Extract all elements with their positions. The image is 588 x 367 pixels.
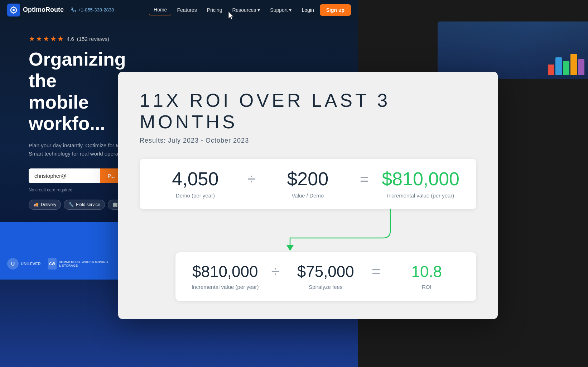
filter-delivery[interactable]: 🚚 Delivery (29, 200, 61, 210)
rating-value: 4.6 (67, 36, 74, 42)
svg-point-2 (13, 9, 15, 11)
value-number: $200 (266, 170, 349, 188)
incremental-label: Incremental value (per year) (379, 192, 462, 199)
rating-row: ★ ★ ★ ★ ★ 4.6 (152 reviews) (29, 34, 329, 43)
arrow-svg (269, 209, 412, 252)
equations-area: 4,050 Demo (per year) ÷ $200 Value / Dem… (140, 159, 476, 301)
eq-block-value: $200 Value / Demo (266, 170, 349, 199)
logo[interactable]: OptimoRoute (7, 4, 64, 16)
commercial-name: Commercial Works Moving & Storage (59, 260, 111, 267)
incremental-bottom-label: Incremental value (per year) (190, 284, 260, 290)
bar-4 (570, 54, 577, 75)
hero-title-line2: mobile workfo... (29, 92, 105, 134)
nav-resources[interactable]: Resources ▾ (228, 5, 264, 15)
stars: ★ ★ ★ ★ ★ (29, 34, 64, 43)
operator-2: = (349, 171, 380, 188)
eq-block-roi: 10.8 ROI (391, 264, 462, 290)
email-input[interactable] (29, 168, 100, 183)
demo-number: 4,050 (154, 170, 237, 188)
nav-pricing[interactable]: Pricing (203, 5, 227, 15)
partner-unilever: U Unilever (7, 258, 41, 270)
hero-title-line1: Organizing the (29, 49, 126, 91)
logo-text: OptimoRoute (23, 6, 64, 14)
roi-title: 11X ROI OVER LAST 3 MONTHS (140, 90, 476, 133)
value-label: Value / Demo (266, 192, 349, 199)
operator-3: ÷ (260, 263, 290, 280)
star-2: ★ (36, 34, 42, 43)
operator-1: ÷ (237, 171, 266, 188)
star-5: ★ (57, 34, 64, 43)
bar-2 (555, 57, 562, 75)
bar-5 (578, 59, 584, 75)
nav-features[interactable]: Features (173, 5, 201, 15)
eq-block-fees: $75,000 Spiralyze fees (290, 264, 361, 290)
star-4: ★ (50, 34, 57, 43)
roi-label: ROI (391, 284, 462, 290)
demo-label: Demo (per year) (154, 192, 237, 199)
navbar: OptimoRoute +1-855-338-2838 Home Feature… (0, 0, 358, 20)
star-1: ★ (29, 34, 35, 43)
eq-block-incremental-bottom: $810,000 Incremental value (per year) (190, 264, 260, 290)
unilever-name: Unilever (21, 262, 41, 266)
phone-number[interactable]: +1-855-338-2838 (71, 7, 114, 13)
partner-commercial: CW Commercial Works Moving & Storage (48, 258, 111, 270)
roi-modal: 11X ROI OVER LAST 3 MONTHS Results: July… (118, 72, 498, 319)
star-3: ★ (43, 34, 49, 43)
dashboard-screenshot (438, 22, 588, 79)
nav-support[interactable]: Support ▾ (266, 5, 296, 15)
arrow-connector (140, 209, 476, 252)
eq-block-incremental-top: $810,000 Incremental value (per year) (379, 170, 462, 199)
svg-marker-5 (286, 245, 294, 251)
partners-row: U Unilever CW Commercial Works Moving & … (0, 251, 118, 277)
nav-links: Home Features Pricing Resources ▾ Suppor… (149, 4, 351, 16)
chevron-down-icon: ▾ (257, 7, 260, 13)
commercial-icon: 🏢 (112, 202, 118, 207)
roi-subtitle: Results: July 2023 - October 2023 (140, 137, 476, 144)
fees-label: Spiralyze fees (290, 284, 361, 290)
delivery-icon: 🚚 (33, 202, 39, 207)
chevron-down-icon: ▾ (289, 7, 291, 13)
logo-icon (7, 4, 20, 16)
phone-icon (71, 8, 76, 13)
signup-button[interactable]: Sign up (320, 4, 351, 16)
filter-field-service[interactable]: 🔧 Field service (64, 200, 105, 210)
bar-1 (548, 65, 554, 75)
equation-card-bottom: $810,000 Incremental value (per year) ÷ … (175, 252, 476, 301)
login-button[interactable]: Login (297, 5, 318, 15)
roi-number: 10.8 (391, 264, 462, 280)
incremental-bottom-number: $810,000 (190, 264, 260, 280)
incremental-number: $810,000 (379, 170, 462, 188)
equation-card-top: 4,050 Demo (per year) ÷ $200 Value / Dem… (140, 159, 476, 209)
fees-number: $75,000 (290, 264, 361, 280)
phone-text: +1-855-338-2838 (78, 7, 114, 13)
unilever-logo: U (7, 258, 19, 270)
hero-subtitle: Plan your day instantly. Optimize for to… (29, 142, 129, 158)
eq-block-demos: 4,050 Demo (per year) (154, 170, 237, 199)
operator-4: = (361, 263, 391, 280)
commercial-logo: CW (48, 258, 57, 270)
field-service-icon: 🔧 (68, 202, 74, 207)
bar-3 (563, 61, 569, 75)
dashboard-inner (438, 22, 588, 79)
rating-reviews: (152 reviews) (77, 36, 109, 42)
nav-home[interactable]: Home (149, 5, 171, 15)
mini-chart (548, 47, 584, 75)
